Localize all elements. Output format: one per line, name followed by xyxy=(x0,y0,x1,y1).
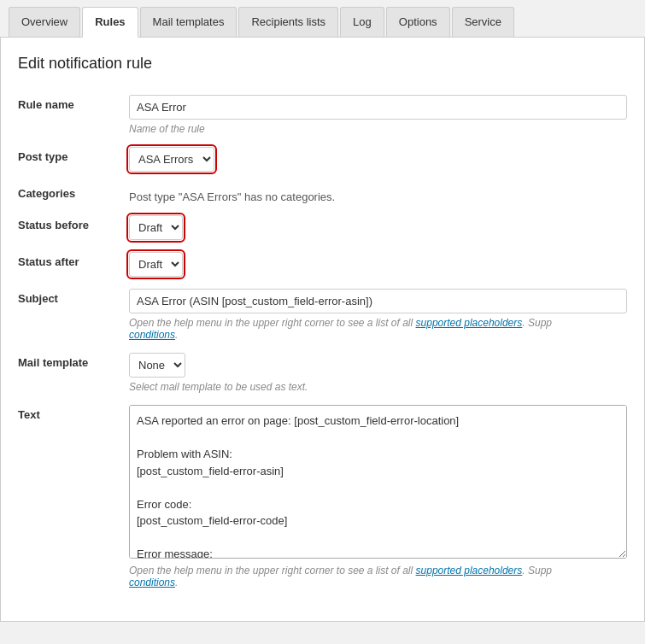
text-field-cell: ASA reported an error on page: [post_cus… xyxy=(129,400,627,595)
post-type-row: Post type ASA Errors xyxy=(18,142,627,179)
post-type-select[interactable]: ASA Errors xyxy=(129,147,214,172)
text-row: Text ASA reported an error on page: [pos… xyxy=(18,400,627,595)
tab-rules[interactable]: Rules xyxy=(82,7,138,38)
text-desc-part3: . xyxy=(175,577,178,588)
subject-desc-part2: . Supp xyxy=(522,317,552,329)
status-after-row: Status after Draft xyxy=(18,247,627,284)
subject-field-cell: Open the help menu in the upper right co… xyxy=(129,284,627,348)
text-desc-part1: Open the help menu in the upper right co… xyxy=(129,565,416,577)
text-placeholders-link[interactable]: supported placeholders xyxy=(416,565,523,577)
status-before-label: Status before xyxy=(18,210,129,247)
rule-name-description: Name of the rule xyxy=(129,123,627,135)
rule-name-row: Rule name ASA Error Name of the rule xyxy=(18,90,627,142)
tab-overview[interactable]: Overview xyxy=(9,7,80,37)
post-type-label: Post type xyxy=(18,142,129,179)
tab-service[interactable]: Service xyxy=(452,7,514,37)
subject-conditions-link[interactable]: conditions xyxy=(129,329,175,341)
mail-template-select[interactable]: None xyxy=(129,353,185,378)
status-before-row: Status before Draft xyxy=(18,210,627,247)
rule-name-label: Rule name xyxy=(18,90,129,142)
mail-template-row: Mail template None Select mail template … xyxy=(18,348,627,400)
mail-template-description: Select mail template to be used as text. xyxy=(129,381,627,393)
tab-log[interactable]: Log xyxy=(340,7,384,37)
status-before-field-cell: Draft xyxy=(129,210,627,247)
mail-template-select-row: None xyxy=(129,353,627,378)
page-wrapper: Overview Rules Mail templates Recipients… xyxy=(0,0,645,644)
categories-label: Categories xyxy=(18,179,129,210)
rule-name-field-cell: ASA Error Name of the rule xyxy=(129,90,627,142)
text-desc-part2: . Supp xyxy=(522,565,552,577)
page-title: Edit notification rule xyxy=(18,55,627,73)
form-table: Rule name ASA Error Name of the rule Pos… xyxy=(18,90,627,595)
categories-row: Categories Post type "ASA Errors" has no… xyxy=(18,179,627,210)
mail-template-label: Mail template xyxy=(18,348,129,400)
subject-desc-part1: Open the help menu in the upper right co… xyxy=(129,317,416,329)
text-conditions-link[interactable]: conditions xyxy=(129,577,175,588)
tab-options[interactable]: Options xyxy=(386,7,450,37)
text-textarea[interactable]: ASA reported an error on page: [post_cus… xyxy=(129,405,627,559)
text-description: Open the help menu in the upper right co… xyxy=(129,565,627,588)
status-after-label: Status after xyxy=(18,247,129,284)
subject-description: Open the help menu in the upper right co… xyxy=(129,317,627,341)
subject-row: Subject Open the help menu in the upper … xyxy=(18,284,627,348)
tab-mail-templates[interactable]: Mail templates xyxy=(140,7,237,37)
text-label: Text xyxy=(18,400,129,595)
subject-label: Subject xyxy=(18,284,129,348)
categories-text: Post type "ASA Errors" has no categories… xyxy=(129,184,627,203)
content-area: Edit notification rule Rule name ASA Err… xyxy=(0,38,645,622)
status-after-field-cell: Draft xyxy=(129,247,627,284)
subject-input[interactable] xyxy=(129,289,627,313)
categories-field-cell: Post type "ASA Errors" has no categories… xyxy=(129,179,627,210)
status-before-select[interactable]: Draft xyxy=(129,215,183,240)
tabs-bar: Overview Rules Mail templates Recipients… xyxy=(0,0,645,38)
mail-template-field-cell: None Select mail template to be used as … xyxy=(129,348,627,400)
post-type-field-cell: ASA Errors xyxy=(129,142,627,179)
status-after-select[interactable]: Draft xyxy=(129,252,183,277)
rule-name-input[interactable]: ASA Error xyxy=(129,95,627,120)
subject-placeholders-link[interactable]: supported placeholders xyxy=(416,317,523,329)
subject-desc-part3: . xyxy=(175,329,178,341)
tab-recipients-lists[interactable]: Recipients lists xyxy=(238,7,338,37)
